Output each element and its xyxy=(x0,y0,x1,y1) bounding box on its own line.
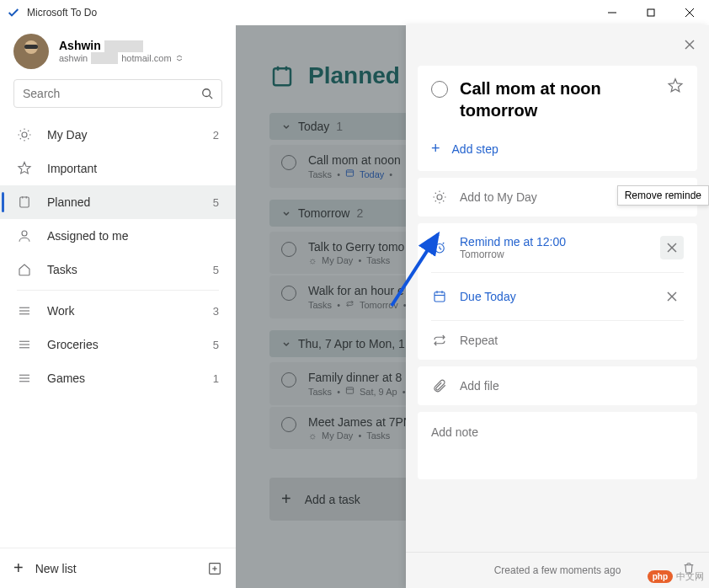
svg-line-12 xyxy=(28,138,29,139)
task-detail-panel: Call mom at noon tomorrow + Add step Add… xyxy=(406,25,709,588)
remove-due-button[interactable] xyxy=(660,285,684,308)
planned-icon xyxy=(17,195,32,210)
sidebar-list-work[interactable]: Work3 xyxy=(0,294,236,328)
repeat-row[interactable]: Repeat xyxy=(418,321,697,360)
sidebar-list-groceries[interactable]: Groceries5 xyxy=(0,328,236,361)
sun-icon xyxy=(17,127,32,142)
search-input[interactable] xyxy=(23,87,201,100)
svg-line-54 xyxy=(440,249,441,250)
close-detail-button[interactable] xyxy=(684,39,696,53)
sidebar-item-assigned-to-me[interactable]: Assigned to me xyxy=(0,219,236,253)
list-icon xyxy=(17,337,32,352)
sidebar-item-planned[interactable]: Planned5 xyxy=(0,185,236,219)
svg-rect-1 xyxy=(648,9,654,16)
reminder-row[interactable]: Remind me at 12:00 Tomorrow xyxy=(418,223,697,272)
task-complete-toggle[interactable] xyxy=(431,81,448,98)
profile[interactable]: Ashwin ashwinhotmail.com xyxy=(0,25,236,76)
titlebar: Microsoft To Do xyxy=(0,0,709,25)
alarm-icon xyxy=(431,240,448,255)
new-group-icon[interactable] xyxy=(207,561,222,576)
svg-line-14 xyxy=(20,138,21,139)
remove-reminder-button[interactable] xyxy=(660,236,684,259)
maximize-button[interactable] xyxy=(632,0,670,25)
new-list-button[interactable]: + New list xyxy=(0,548,236,588)
svg-rect-59 xyxy=(434,292,445,302)
avatar xyxy=(13,34,49,69)
svg-line-56 xyxy=(443,243,445,244)
svg-line-48 xyxy=(435,193,436,194)
search-box[interactable] xyxy=(13,79,222,108)
svg-line-5 xyxy=(210,96,213,99)
plus-icon: + xyxy=(13,559,24,578)
svg-line-55 xyxy=(435,243,437,244)
app-logo-icon xyxy=(7,6,20,19)
calendar-icon xyxy=(431,289,448,304)
note-input[interactable]: Add note xyxy=(418,412,697,479)
home-icon xyxy=(17,262,32,277)
minimize-button[interactable] xyxy=(593,0,632,25)
add-file-button[interactable]: Add file xyxy=(418,366,697,405)
profile-email: ashwinhotmail.com xyxy=(59,52,184,64)
svg-line-11 xyxy=(20,131,21,131)
svg-line-13 xyxy=(28,131,29,131)
sidebar-item-tasks[interactable]: Tasks5 xyxy=(0,253,236,286)
svg-line-50 xyxy=(443,193,444,194)
profile-name: Ashwin xyxy=(59,39,184,52)
star-icon xyxy=(17,161,32,176)
attach-icon xyxy=(431,378,448,393)
list-icon xyxy=(17,303,32,318)
sidebar-item-my-day[interactable]: My Day2 xyxy=(0,118,236,152)
sidebar: Ashwin ashwinhotmail.com My Day2Importan… xyxy=(0,25,236,588)
repeat-icon xyxy=(431,333,448,348)
window-title: Microsoft To Do xyxy=(27,7,593,19)
search-icon xyxy=(201,88,213,99)
due-date-row[interactable]: Due Today xyxy=(418,273,697,320)
window-controls xyxy=(593,0,709,25)
sun-icon xyxy=(431,190,448,205)
svg-rect-15 xyxy=(20,197,29,207)
svg-point-43 xyxy=(437,195,442,200)
add-step-button[interactable]: + Add step xyxy=(418,133,697,171)
user-icon xyxy=(17,228,32,243)
list-icon xyxy=(17,371,32,386)
svg-point-6 xyxy=(22,132,27,137)
tooltip: Remove reminde xyxy=(617,185,709,206)
watermark: php 中文网 xyxy=(648,570,704,583)
sidebar-item-important[interactable]: Important xyxy=(0,152,236,185)
nav-list: My Day2ImportantPlanned5Assigned to meTa… xyxy=(0,118,236,548)
sidebar-list-games[interactable]: Games1 xyxy=(0,361,236,395)
svg-line-49 xyxy=(443,200,444,201)
svg-line-51 xyxy=(435,200,436,201)
close-button[interactable] xyxy=(670,0,709,25)
svg-point-4 xyxy=(203,89,211,97)
svg-point-18 xyxy=(22,231,27,236)
star-icon[interactable] xyxy=(667,78,684,98)
task-title[interactable]: Call mom at noon tomorrow xyxy=(460,78,667,121)
plus-icon: + xyxy=(431,140,440,158)
